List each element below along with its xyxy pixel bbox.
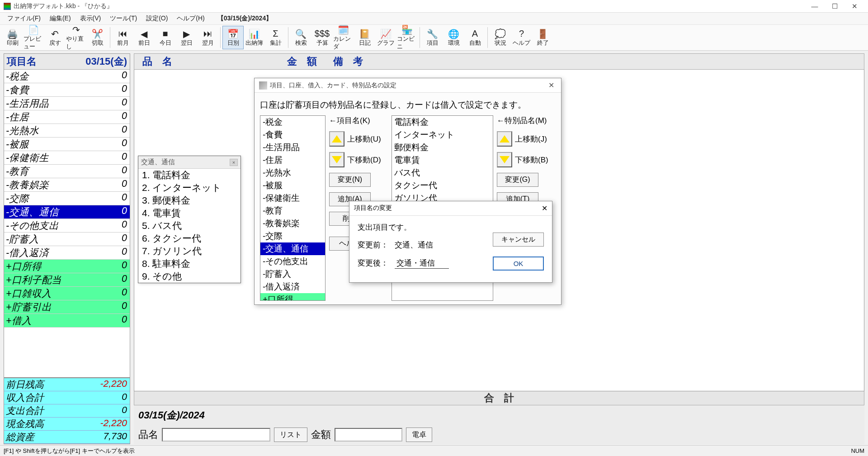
dlg-cat-item[interactable]: -税金 (260, 116, 325, 128)
category-row[interactable]: -税金0 (4, 70, 130, 83)
menu-file[interactable]: ファイル(F) (3, 13, 45, 24)
category-row[interactable]: +貯蓄引出0 (4, 300, 130, 314)
tool-カレンダ[interactable]: 🗓️カレンダ (333, 26, 354, 49)
dlg-sp-item[interactable]: 郵便料金 (392, 141, 493, 154)
amount-input[interactable] (335, 428, 402, 442)
maximize-button[interactable]: ☐ (825, 2, 844, 10)
dlg-cat-item[interactable]: -光熱水 (260, 166, 325, 179)
tool-日記[interactable]: 📔日記 (354, 26, 375, 49)
subcat-item[interactable]: 9. その他 (138, 270, 241, 283)
dlg-cat-item[interactable]: -交際 (260, 230, 325, 242)
menu-settings[interactable]: 設定(O) (142, 13, 172, 24)
tool-前日[interactable]: ◀前日 (133, 26, 155, 49)
dlg-sp-item[interactable]: タクシー代 (392, 179, 493, 192)
dlg-cat-item[interactable]: -交通、通信 (260, 242, 325, 255)
dlg-sp-item[interactable]: バス代 (392, 166, 493, 179)
rename-close-icon[interactable]: ✕ (542, 204, 547, 213)
dlg-cat-item[interactable]: -教育 (260, 204, 325, 217)
tool-終了[interactable]: 🚪終了 (532, 26, 553, 49)
tool-出納簿[interactable]: 📊出納簿 (244, 26, 265, 49)
tool-集計[interactable]: Σ集計 (265, 26, 286, 49)
tool-環境[interactable]: 🌐環境 (443, 26, 464, 49)
tool-切取[interactable]: ✂️切取 (87, 26, 108, 49)
dlg-sp-item[interactable]: 電話料金 (392, 116, 493, 128)
tool-検索[interactable]: 🔍検索 (290, 26, 311, 49)
category-row[interactable]: -生活用品0 (4, 97, 130, 110)
menu-edit[interactable]: 編集(E) (45, 13, 75, 24)
tool-戻す[interactable]: ↶戻す (44, 26, 66, 49)
category-row[interactable]: -貯蓄入0 (4, 233, 130, 246)
minimize-button[interactable]: — (805, 2, 825, 10)
subcat-item[interactable]: 3. 郵便料金 (138, 194, 241, 207)
menu-tool[interactable]: ツール(T) (105, 13, 142, 24)
category-row[interactable]: -食費0 (4, 83, 130, 97)
tool-グラフ[interactable]: 📈グラフ (375, 26, 396, 49)
tool-予算[interactable]: $$$予算 (311, 26, 333, 49)
dlg-cat-item[interactable]: -被服 (260, 179, 325, 192)
dlg-cat-item[interactable]: -その他支出 (260, 255, 325, 268)
category-row[interactable]: -教育0 (4, 165, 130, 178)
dlg-cat-item[interactable]: -保健衛生 (260, 192, 325, 204)
tool-自動[interactable]: A自動 (464, 26, 486, 49)
dlg-cat-item[interactable]: -教養娯楽 (260, 217, 325, 230)
sp-change-button[interactable]: 変更(G) (497, 173, 538, 187)
list-button[interactable]: リスト (274, 428, 307, 442)
rename-cancel-button[interactable]: キャンセル (493, 233, 544, 247)
subcat-item[interactable]: 6. タクシー代 (138, 232, 241, 245)
dlg-sp-item[interactable]: インターネット (392, 128, 493, 141)
category-row[interactable]: +口利子配当0 (4, 273, 130, 287)
cat-change-button[interactable]: 変更(N) (329, 173, 371, 187)
tool-ヘルプ[interactable]: ?ヘルプ (511, 26, 532, 49)
category-listbox[interactable]: -税金-食費-生活用品-住居-光熱水-被服-保健衛生-教育-教養娯楽-交際-交通… (260, 115, 326, 301)
category-row[interactable]: +借入0 (4, 314, 130, 328)
dlg-cat-item[interactable]: -借入返済 (260, 280, 325, 293)
category-row[interactable]: -被服0 (4, 138, 130, 151)
tool-前月[interactable]: ⏮前月 (112, 26, 133, 49)
dlg-cat-item[interactable]: -貯蓄入 (260, 268, 325, 280)
dlg-cat-item[interactable]: +口所得 (260, 293, 325, 301)
subcat-item[interactable]: 5. バス代 (138, 219, 241, 232)
dlg-cat-item[interactable]: -生活用品 (260, 141, 325, 154)
category-row[interactable]: -保健衛生0 (4, 151, 130, 165)
category-row[interactable]: -教養娯楽0 (4, 178, 130, 192)
tool-項目[interactable]: 🔧項目 (422, 26, 443, 49)
item-name-input[interactable] (162, 428, 270, 442)
subcat-item[interactable]: 8. 駐車料金 (138, 257, 241, 270)
calculator-button[interactable]: 電卓 (406, 428, 432, 442)
close-button[interactable]: ✕ (844, 2, 864, 10)
tool-状況[interactable]: 💭状況 (490, 26, 511, 49)
category-row[interactable]: -その他支出0 (4, 219, 130, 233)
dlg-sp-item[interactable]: 電車賃 (392, 154, 493, 166)
tool-印刷[interactable]: 🖨️印刷 (2, 26, 23, 49)
category-row[interactable]: -交際0 (4, 192, 130, 205)
subcat-item[interactable]: 2. インターネット (138, 181, 241, 194)
subcat-item[interactable]: 1. 電話料金 (138, 169, 241, 181)
category-row[interactable]: -借入返済0 (4, 246, 130, 260)
dlg-cat-item[interactable]: -食費 (260, 128, 325, 141)
settings-dialog-close-icon[interactable]: ✕ (546, 81, 557, 90)
menu-help[interactable]: ヘルプ(H) (172, 13, 209, 24)
tool-プレビュー[interactable]: 📄プレビュー (23, 26, 44, 49)
sp-move-up-button[interactable]: 上移動(J) (497, 131, 556, 147)
dlg-cat-item[interactable]: -住居 (260, 154, 325, 166)
cat-move-down-button[interactable]: 下移動(D) (329, 152, 388, 167)
tool-日別[interactable]: 📅日別 (222, 26, 244, 49)
rename-input[interactable] (395, 257, 449, 269)
subcat-item[interactable]: 7. ガソリン代 (138, 245, 241, 257)
subcat-item[interactable]: 4. 電車賃 (138, 207, 241, 219)
cat-move-up-button[interactable]: 上移動(U) (329, 131, 388, 147)
category-row[interactable]: -交通、通信0 (4, 205, 130, 219)
category-row[interactable]: -光熱水0 (4, 124, 130, 138)
rename-ok-button[interactable]: OK (493, 256, 544, 271)
subcat-close-icon[interactable]: × (230, 159, 238, 166)
category-row[interactable]: +口所得0 (4, 260, 130, 273)
tool-翌月[interactable]: ⏭翌月 (197, 26, 218, 49)
tool-やり直し[interactable]: ↷やり直し (66, 26, 87, 49)
sp-move-down-button[interactable]: 下移動(B) (497, 152, 556, 167)
category-row[interactable]: -住居0 (4, 110, 130, 124)
category-row[interactable]: +口雑収入0 (4, 287, 130, 300)
tool-今日[interactable]: ■今日 (155, 26, 176, 49)
menu-view[interactable]: 表示(V) (75, 13, 106, 24)
tool-翌日[interactable]: ▶翌日 (176, 26, 197, 49)
tool-コンビニ[interactable]: 🏪コンビニ (396, 26, 418, 49)
